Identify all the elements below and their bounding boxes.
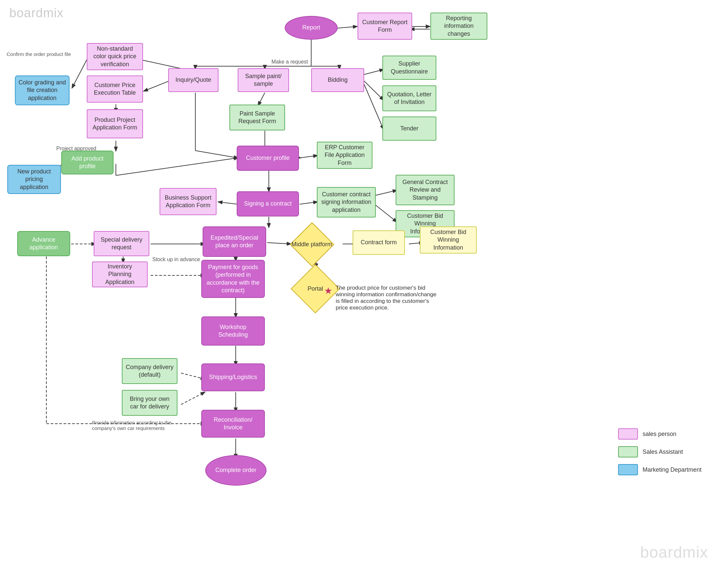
node-paint-sample-form: Paint Sample Request Form	[229, 105, 285, 130]
logo-top: boardmix	[9, 6, 64, 20]
node-customer-bid-winning2: Customer Bid Winning Information	[420, 226, 477, 254]
label-confirm-order: Confirm the order product file	[7, 51, 71, 57]
node-advance-app: Advance application	[17, 231, 70, 256]
node-erp-customer-file: ERP Customer File Application Form	[317, 142, 372, 169]
legend-item-sales-person: sales person	[618, 428, 702, 440]
node-complete-order: Complete order	[205, 455, 267, 486]
star-note-text: The product price for customer's bid win…	[336, 285, 437, 311]
node-tender: Tender	[382, 117, 436, 141]
svg-line-13	[364, 84, 383, 129]
node-contract-form: Contract form	[353, 230, 405, 255]
node-customer-price-table: Customer Price Execution Table	[87, 75, 143, 103]
node-company-delivery: Company delivery (default)	[122, 358, 177, 384]
node-add-product-profile: Add product profile	[61, 151, 114, 174]
label-provide-info: Provide information according to the com…	[92, 420, 175, 431]
node-business-support: Business Support Application Form	[160, 188, 217, 215]
legend: sales person Sales Assistant Marketing D…	[618, 428, 702, 475]
legend-label-marketing: Marketing Department	[643, 466, 702, 473]
node-bidding: Bidding	[311, 68, 364, 92]
node-payment-goods: Payment for goods (performed in accordan…	[201, 260, 265, 298]
node-inquiry-quote: Inquiry/Quote	[168, 68, 218, 92]
svg-line-31	[300, 202, 317, 204]
svg-line-32	[376, 190, 397, 195]
node-nonstandard: Non-standard color quick price verificat…	[87, 43, 143, 70]
legend-box-green	[618, 446, 638, 457]
node-middle-platform-wrap: Middle platform	[285, 228, 338, 261]
svg-line-30	[218, 202, 238, 204]
legend-item-sales-assistant: Sales Assistant	[618, 446, 702, 457]
node-new-product-pricing: New product pricing application	[7, 165, 61, 194]
svg-line-33	[376, 205, 397, 222]
node-reconciliation: Reconciliation/ Invoice	[201, 410, 265, 438]
label-stock-up: Stock up in advance	[152, 257, 200, 262]
legend-box-pink	[618, 428, 638, 440]
star-note: ★ The product price for customer's bid w…	[324, 285, 437, 311]
star-icon: ★	[324, 285, 332, 296]
svg-line-0	[338, 26, 357, 28]
node-general-contract: General Contract Review and Stamping	[396, 175, 455, 205]
node-supplier-questionnaire: Supplier Questionnaire	[382, 56, 436, 80]
node-customer-contract-signing: Customer contract signing information ap…	[317, 187, 376, 217]
node-expedited-order: Expedited/Special place an order	[203, 226, 266, 257]
node-quotation-letter: Quotation, Letter of Invitation	[382, 85, 436, 111]
label-make-request: Make a request	[271, 59, 308, 65]
legend-label-sales-person: sales person	[643, 431, 676, 438]
svg-line-27	[116, 158, 238, 175]
node-inventory-planning: Inventory Planning Application	[92, 261, 148, 287]
node-reporting-info: Reporting information changes	[430, 13, 487, 40]
svg-line-28	[300, 156, 317, 158]
svg-line-12	[364, 81, 383, 100]
node-signing-contract: Signing a contract	[237, 191, 299, 216]
node-customer-report-form: Customer Report Form	[358, 13, 412, 40]
node-workshop-scheduling: Workshop Scheduling	[201, 316, 265, 346]
svg-line-47	[181, 392, 205, 404]
svg-line-14	[144, 81, 169, 91]
legend-label-sales-assistant: Sales Assistant	[643, 449, 683, 455]
svg-line-23	[195, 151, 238, 158]
node-product-project-form: Product Project Application Form	[87, 109, 143, 138]
svg-line-11	[364, 70, 383, 74]
node-report: Report	[285, 16, 338, 40]
node-color-grading: Color grading and file creation applicat…	[15, 75, 70, 105]
node-sample-paint: Sample paint/ sample	[238, 68, 289, 92]
node-customer-profile: Customer profile	[237, 146, 299, 171]
legend-box-blue	[618, 464, 638, 475]
svg-line-18	[258, 93, 265, 105]
node-bring-own-car: Bring your own car for delivery	[122, 390, 177, 416]
legend-item-marketing: Marketing Department	[618, 464, 702, 475]
svg-line-16	[72, 58, 88, 88]
logo-bottom: boardmix	[640, 543, 708, 561]
node-shipping-logistics: Shipping/Logistics	[201, 363, 265, 391]
node-special-delivery: Special delivery request	[94, 231, 149, 256]
